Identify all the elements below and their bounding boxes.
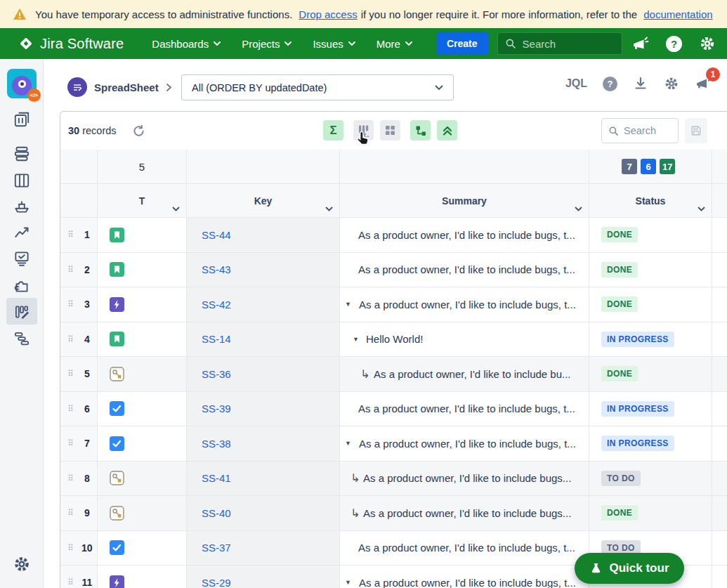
sidebar-item-boards[interactable] — [13, 110, 31, 129]
drop-access-link[interactable]: Drop access — [299, 8, 357, 20]
issue-type-cell[interactable] — [98, 253, 187, 287]
issue-key-link[interactable]: SS-14 — [202, 333, 231, 345]
issue-type-cell[interactable] — [98, 357, 187, 391]
sidebar-item-timeline[interactable] — [13, 329, 31, 348]
drag-handle-icon[interactable]: ⠿ — [67, 578, 74, 587]
project-avatar[interactable]: </> — [7, 69, 37, 98]
chevron-down-icon[interactable] — [575, 207, 582, 212]
grid-search-input[interactable]: Search — [601, 118, 679, 143]
chevron-down-icon[interactable] — [325, 207, 333, 212]
sidebar-item-releases[interactable] — [13, 197, 31, 216]
issue-key-link[interactable]: SS-29 — [202, 577, 231, 588]
drag-handle-icon[interactable]: ⠿ — [67, 439, 74, 447]
issue-key-link[interactable]: SS-37 — [202, 542, 231, 554]
expand-marker[interactable]: ↳ — [360, 357, 369, 391]
announcement-icon[interactable]: 1 — [695, 76, 713, 91]
issue-key-cell[interactable]: SS-14 — [187, 322, 340, 357]
row-gutter-cell[interactable]: ⠿ 6 — [60, 392, 98, 426]
issue-type-cell[interactable] — [98, 531, 187, 566]
column-header-key[interactable]: Key — [187, 184, 340, 217]
drag-handle-icon[interactable]: ⠿ — [67, 230, 74, 239]
expand-marker[interactable]: ▼ — [353, 322, 359, 357]
filter-dropdown[interactable]: All (ORDER BY updatedDate) — [181, 74, 454, 100]
drag-handle-icon[interactable]: ⠿ — [67, 474, 74, 483]
column-header-type[interactable]: T — [98, 184, 187, 217]
row-gutter-cell[interactable]: ⠿ 5 — [60, 357, 98, 391]
sidebar-item-spreadsheet[interactable] — [13, 303, 31, 321]
sidebar-item-reports[interactable] — [13, 223, 31, 242]
jql-button[interactable]: JQL — [565, 77, 587, 90]
drag-handle-icon[interactable]: ⠿ — [67, 266, 74, 274]
status-cell[interactable]: DONE — [589, 253, 712, 287]
settings-gear-icon[interactable] — [664, 76, 679, 91]
settings-gear-icon[interactable] — [699, 35, 716, 52]
drag-handle-icon[interactable]: ⠿ — [67, 509, 74, 517]
summary-cell[interactable]: ▼ Hello World! — [340, 322, 589, 357]
column-visibility-button[interactable] — [353, 120, 374, 141]
help-icon[interactable]: ? — [603, 77, 617, 91]
collapse-all-button[interactable] — [437, 120, 457, 141]
issue-key-link[interactable]: SS-42 — [202, 299, 231, 311]
issue-type-cell[interactable] — [98, 322, 187, 357]
issue-key-cell[interactable]: SS-41 — [187, 462, 340, 496]
issue-type-cell[interactable] — [98, 287, 187, 322]
drag-handle-icon[interactable]: ⠿ — [67, 300, 74, 308]
issue-key-cell[interactable]: SS-42 — [187, 287, 340, 322]
sidebar-item-backlog[interactable] — [13, 145, 31, 163]
menu-more[interactable]: More — [376, 38, 412, 50]
summary-cell[interactable]: ↳ As a product owner, I'd like to includ… — [340, 496, 589, 530]
documentation-link[interactable]: documentation — [643, 8, 712, 20]
create-button[interactable]: Create — [436, 32, 488, 55]
sidebar-item-active-board[interactable] — [13, 171, 31, 190]
summary-cell[interactable]: ↳ As a product owner, I'd like to includ… — [340, 462, 589, 496]
row-gutter-cell[interactable]: ⠿ 1 — [60, 218, 98, 252]
issue-key-link[interactable]: SS-40 — [202, 507, 231, 519]
announcement-icon[interactable] — [631, 35, 649, 52]
summary-cell[interactable]: As a product owner, I'd like to include … — [340, 253, 589, 287]
issue-key-cell[interactable]: SS-39 — [187, 392, 340, 426]
issue-key-link[interactable]: SS-38 — [202, 438, 231, 450]
issue-key-cell[interactable]: SS-29 — [187, 566, 340, 588]
status-cell[interactable]: DONE — [589, 287, 712, 322]
expand-marker[interactable]: ▼ — [345, 426, 351, 461]
row-gutter-cell[interactable]: ⠿ 11 — [60, 566, 98, 588]
issue-key-cell[interactable]: SS-38 — [187, 426, 340, 461]
summary-cell[interactable]: ▼ As a product owner, I'd like to includ… — [340, 426, 589, 461]
status-cell[interactable]: DONE — [589, 218, 712, 252]
status-cell[interactable]: TO DO — [589, 462, 712, 496]
chevron-down-icon[interactable] — [697, 207, 705, 212]
column-header-summary[interactable]: Summary — [340, 184, 589, 217]
issue-key-link[interactable]: SS-39 — [202, 403, 231, 414]
menu-dashboards[interactable]: Dashboards — [152, 38, 221, 50]
row-gutter-cell[interactable]: ⠿ 3 — [60, 287, 98, 322]
row-gutter-cell[interactable]: ⠿ 2 — [60, 253, 98, 287]
spreadsheet-app-icon[interactable] — [67, 77, 87, 97]
help-icon[interactable]: ? — [666, 36, 682, 52]
row-gutter-cell[interactable]: ⠿ 10 — [60, 531, 98, 566]
issue-key-cell[interactable]: SS-43 — [187, 253, 340, 287]
expand-marker[interactable]: ↳ — [351, 496, 360, 530]
issue-type-cell[interactable] — [98, 426, 187, 461]
drag-handle-icon[interactable]: ⠿ — [67, 335, 74, 344]
drag-handle-icon[interactable]: ⠿ — [67, 370, 74, 378]
issue-type-cell[interactable] — [98, 218, 187, 252]
expand-marker[interactable]: ↳ — [351, 462, 360, 496]
status-cell[interactable]: IN PROGRESS — [589, 322, 712, 357]
row-gutter-cell[interactable]: ⠿ 4 — [60, 322, 98, 357]
status-cell[interactable]: IN PROGRESS — [589, 392, 712, 426]
status-cell[interactable]: DONE — [589, 357, 712, 391]
row-gutter-cell[interactable]: ⠿ 8 — [60, 462, 98, 496]
chevron-down-icon[interactable] — [172, 207, 180, 212]
summary-cell[interactable]: As a product owner, I'd like to include … — [340, 392, 589, 426]
sum-toggle-button[interactable]: Σ — [323, 120, 343, 141]
issue-type-cell[interactable] — [98, 566, 187, 588]
summary-cell[interactable]: As a product owner, I'd like to include … — [340, 531, 589, 566]
menu-issues[interactable]: Issues — [313, 38, 355, 50]
summary-cell[interactable]: As a product owner, I'd like to include … — [340, 218, 589, 252]
issue-key-cell[interactable]: SS-37 — [187, 531, 340, 566]
row-gutter-cell[interactable]: ⠿ 7 — [60, 426, 98, 461]
download-icon[interactable] — [633, 76, 648, 91]
issue-type-cell[interactable] — [98, 496, 187, 530]
expand-marker[interactable]: ▼ — [345, 287, 351, 322]
issue-key-link[interactable]: SS-41 — [202, 472, 231, 484]
